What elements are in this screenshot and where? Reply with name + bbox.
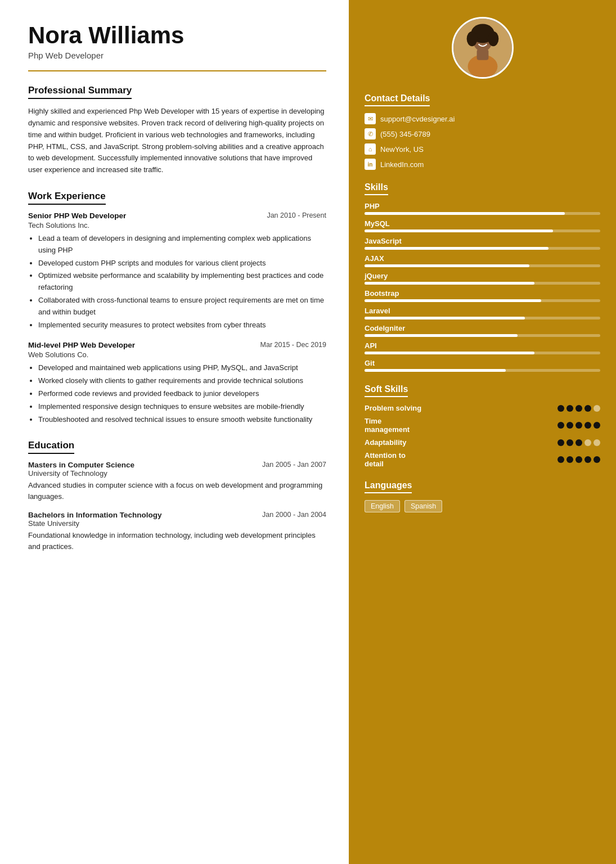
skill-item: MySQL xyxy=(365,219,600,232)
phone-icon: ✆ xyxy=(365,128,376,140)
work-experience-section: Work Experience Senior PHP Web Developer… xyxy=(28,191,326,425)
skill-item: Laravel xyxy=(365,307,600,320)
dot xyxy=(593,456,600,463)
edu-description: Foundational knowledge in information te… xyxy=(28,530,326,552)
soft-skill-name: Problem solving xyxy=(365,404,426,412)
skill-bar-fill xyxy=(365,264,529,267)
contact-item-location: ⌂ NewYork, US xyxy=(365,143,600,155)
dot xyxy=(557,405,564,412)
skill-bar-background xyxy=(365,369,600,372)
education-item: Bachelors in Information Technology Jan … xyxy=(28,511,326,552)
skill-name: AJAX xyxy=(365,254,600,263)
skill-bar-fill xyxy=(365,212,565,215)
skill-item: Git xyxy=(365,359,600,372)
bullet-item: Lead a team of developers in designing a… xyxy=(38,233,326,256)
job-bullets: Lead a team of developers in designing a… xyxy=(28,233,326,331)
svg-rect-6 xyxy=(476,50,488,60)
skill-bar-fill xyxy=(365,299,541,302)
job-date: Jan 2010 - Present xyxy=(267,212,326,219)
job-bullets: Developed and maintained web application… xyxy=(28,362,326,425)
contact-item-phone: ✆ (555) 345-6789 xyxy=(365,128,600,140)
edu-description: Advanced studies in computer science wit… xyxy=(28,480,326,502)
skill-bar-background xyxy=(365,282,600,285)
skill-dots xyxy=(557,439,600,446)
left-column: Nora Williams Php Web Developer Professi… xyxy=(0,0,349,864)
dot xyxy=(575,456,582,463)
job-title: Php Web Developer xyxy=(28,51,326,60)
job-company: Tech Solutions Inc. xyxy=(28,221,326,230)
dot xyxy=(566,405,573,412)
skill-dots xyxy=(557,422,600,429)
avatar-container xyxy=(365,17,600,79)
work-experience-title: Work Experience xyxy=(28,191,106,205)
soft-skill-name: Time management xyxy=(365,417,426,434)
dot xyxy=(584,422,591,429)
contact-section: Contact Details ✉ support@cvdesigner.ai … xyxy=(365,93,600,170)
education-title: Education xyxy=(28,440,74,454)
language-tag-english: English xyxy=(365,500,400,512)
skill-item: AJAX xyxy=(365,254,600,267)
dot xyxy=(557,439,564,446)
skill-dots xyxy=(557,456,600,463)
soft-skills-list: Problem solving Time management Adaptabi… xyxy=(365,404,600,468)
summary-text: Highly skilled and experienced Php Web D… xyxy=(28,106,326,176)
contact-linkedin: LinkedIn.com xyxy=(380,160,424,169)
edu-degree: Bachelors in Information Technology xyxy=(28,511,162,519)
edu-date: Jan 2000 - Jan 2004 xyxy=(262,511,326,519)
skill-bar-background xyxy=(365,334,600,337)
skill-bar-fill xyxy=(365,369,506,372)
email-icon: ✉ xyxy=(365,113,376,124)
bullet-item: Troubleshooted and resolved technical is… xyxy=(38,414,326,426)
job-company: Web Solutions Co. xyxy=(28,350,326,359)
dot xyxy=(566,456,573,463)
avatar xyxy=(452,17,514,79)
summary-section: Professional Summary Highly skilled and … xyxy=(28,85,326,176)
skill-name: jQuery xyxy=(365,272,600,280)
skill-name: Bootstrap xyxy=(365,289,600,298)
name-section: Nora Williams Php Web Developer xyxy=(28,22,326,60)
bullet-item: Developed custom PHP scripts and modules… xyxy=(38,258,326,269)
dot xyxy=(584,439,591,446)
header-divider xyxy=(28,70,326,71)
skill-name: Git xyxy=(365,359,600,367)
skill-name: MySQL xyxy=(365,219,600,228)
right-column: Contact Details ✉ support@cvdesigner.ai … xyxy=(349,0,616,864)
language-tag-spanish: Spanish xyxy=(404,500,442,512)
education-section: Education Masters in Computer Science Ja… xyxy=(28,440,326,552)
soft-skill-item: Attention to detail xyxy=(365,451,600,468)
skill-bar-background xyxy=(365,317,600,320)
dot xyxy=(557,422,564,429)
skill-name: API xyxy=(365,341,600,350)
dot xyxy=(575,422,582,429)
skill-name: PHP xyxy=(365,202,600,210)
soft-skill-item: Adaptability xyxy=(365,438,600,447)
bullet-item: Collaborated with cross-functional teams… xyxy=(38,295,326,318)
education-item: Masters in Computer Science Jan 2005 - J… xyxy=(28,461,326,502)
skill-item: CodeIgniter xyxy=(365,324,600,337)
skill-name: CodeIgniter xyxy=(365,324,600,332)
skill-bar-fill xyxy=(365,352,534,354)
skills-list: PHP MySQL JavaScript AJAX jQuery Bootstr… xyxy=(365,202,600,372)
bullet-item: Optimized website performance and scalab… xyxy=(38,270,326,294)
skill-bar-background xyxy=(365,247,600,250)
skills-title: Skills xyxy=(365,182,388,195)
skill-bar-fill xyxy=(365,334,518,337)
skill-item: PHP xyxy=(365,202,600,215)
dot xyxy=(557,456,564,463)
skill-bar-background xyxy=(365,264,600,267)
soft-skills-section: Soft Skills Problem solving Time managem… xyxy=(365,384,600,468)
skill-name: JavaScript xyxy=(365,237,600,245)
skills-section: Skills PHP MySQL JavaScript AJAX jQuery … xyxy=(365,182,600,372)
summary-title: Professional Summary xyxy=(28,85,132,99)
job-date: Mar 2015 - Dec 2019 xyxy=(260,341,326,349)
edu-degree: Masters in Computer Science xyxy=(28,461,134,469)
location-icon: ⌂ xyxy=(365,143,376,155)
skill-bar-background xyxy=(365,230,600,232)
contact-location: NewYork, US xyxy=(380,145,424,154)
edu-school: State University xyxy=(28,519,326,528)
bullet-item: Implemented security measures to protect… xyxy=(38,320,326,331)
languages-section: Languages English Spanish xyxy=(365,480,600,512)
languages-title: Languages xyxy=(365,480,412,493)
svg-point-8 xyxy=(485,38,488,41)
soft-skill-name: Adaptability xyxy=(365,438,426,447)
